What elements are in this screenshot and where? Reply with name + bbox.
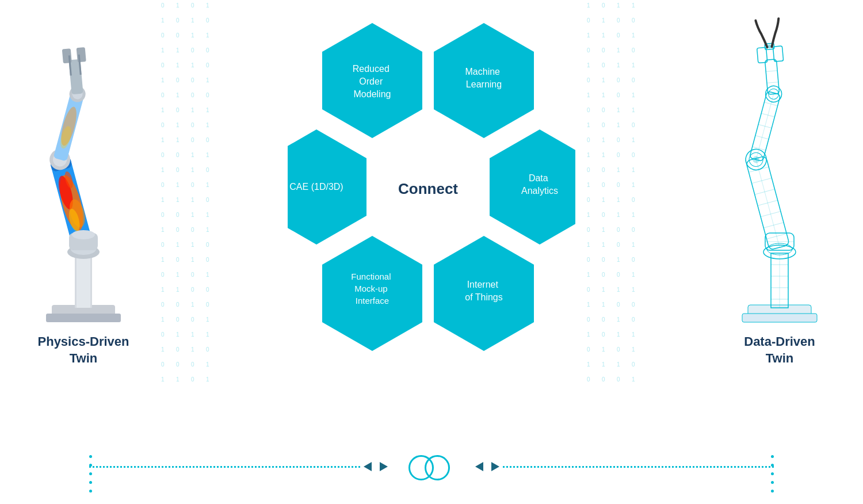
binary-rain-right: 1011 0100 1101 0010 1011 0100 1101 0011 … [587,0,702,391]
svg-line-46 [756,158,780,247]
arrow-right-2 [491,462,499,471]
svg-rect-29 [742,314,817,322]
data-driven-robot [713,17,846,351]
svg-rect-23 [77,47,86,62]
svg-text:CAE (1D/3D): CAE (1D/3D) [289,182,343,192]
svg-line-60 [766,71,777,72]
svg-point-27 [72,230,95,239]
svg-line-61 [767,82,778,83]
svg-text:Connect: Connect [398,180,458,197]
main-container: 0101 1010 0011 1100 0110 1001 0100 1011 … [0,0,863,504]
svg-text:Functional
          Mock-up
 : Functional Mock-up Interface [351,272,393,306]
arrow-row [0,452,863,481]
svg-rect-1 [46,314,121,322]
data-driven-label: Data-Driven Twin [713,334,846,366]
svg-rect-3 [77,253,90,308]
arrow-right-1 [380,462,388,471]
svg-marker-79 [322,236,422,351]
svg-line-56 [756,93,774,159]
binary-rain-left: 0101 1010 0011 1100 0110 1001 0100 1011 … [161,0,276,391]
interlock-circles [408,452,455,481]
physics-driven-robot [17,17,150,351]
arrow-left-2 [475,462,483,471]
hex-cluster: Reduced Order Modeling Machine Learning … [288,17,575,385]
svg-rect-21 [68,59,83,95]
arrow-left-1 [364,462,372,471]
physics-driven-label: Physics-Driven Twin [17,334,150,366]
